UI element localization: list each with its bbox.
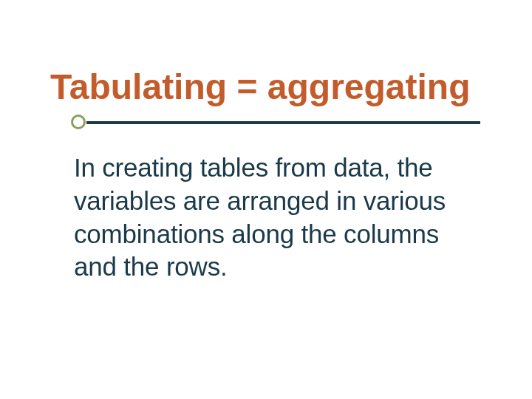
slide-title: Tabulating = aggregating xyxy=(50,66,488,107)
slide: Tabulating = aggregating In creating tab… xyxy=(0,0,532,399)
slide-body: In creating tables from data, the variab… xyxy=(74,151,473,284)
bullet-icon xyxy=(71,115,86,129)
divider xyxy=(44,116,488,132)
horizontal-rule xyxy=(86,121,480,124)
